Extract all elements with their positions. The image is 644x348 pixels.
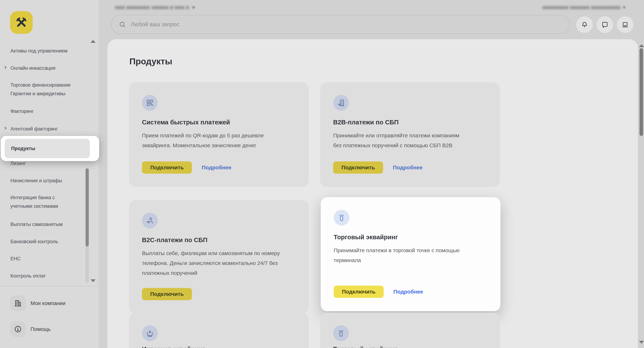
companies-buildings-icon — [10, 295, 26, 311]
product-title: Интернет-эквайринг — [142, 346, 296, 348]
product-card-pos-acquiring-2: Торговый эквайринг — [320, 313, 500, 348]
user-name-redacted: ●●●●●●●● ●●●●●● ●●●●●●●●● — [542, 4, 620, 10]
chevron-right-icon — [3, 65, 8, 70]
main-content-panel: Продукты Система быстрых платежей Прием … — [108, 39, 638, 348]
search-input[interactable] — [131, 21, 544, 28]
notifications-button[interactable] — [576, 16, 593, 33]
user-menu[interactable]: ●●●●●●●● ●●●●●● ●●●●●●●●● ▾ — [542, 4, 625, 10]
sidebar-item-my-companies[interactable]: Мои компании — [10, 295, 93, 311]
product-description: Выплаты себе, физлицам или самозанятым п… — [142, 248, 296, 278]
sidebar-item-label: Начисления и штрафы — [10, 176, 62, 185]
product-title: B2C-платежи по СБП — [142, 236, 296, 244]
pos-terminal-icon — [334, 210, 350, 226]
connect-button[interactable]: Подключить — [142, 162, 192, 174]
main-scrollbar-thumb[interactable] — [640, 48, 643, 136]
sidebar-footer-label: Мои компании — [30, 300, 66, 306]
product-card-internet-acquiring: Интернет-эквайринг — [129, 313, 309, 348]
main-scroll-up-icon[interactable] — [639, 44, 644, 47]
sidebar: Активы под управлением Онлайн-инкассация… — [0, 0, 99, 348]
sidebar-item-label: Контроль оплат — [10, 272, 46, 280]
sidebar-item-label: Лизинг — [10, 159, 26, 168]
sidebar-item-label-line2: Гарантии и аккредитивы — [10, 91, 66, 96]
info-circle-icon — [10, 321, 26, 337]
person-payment-icon — [142, 213, 158, 228]
global-search — [111, 15, 570, 34]
product-title: Торговый эквайринг — [334, 234, 488, 241]
product-card-b2c: B2C-платежи по СБП Выплаты себе, физлица… — [129, 200, 309, 314]
internet-acquiring-icon — [142, 325, 158, 341]
sidebar-item-label: Продукты — [11, 146, 35, 151]
chevron-down-icon: ▾ — [623, 5, 625, 10]
connect-button[interactable]: Подключить — [334, 286, 384, 298]
sidebar-item-label: Банковский контроль — [10, 237, 58, 246]
sidebar-item-label: Активы под управлением — [10, 46, 68, 55]
chevron-right-icon — [3, 126, 8, 130]
chevron-down-icon: ▾ — [192, 5, 194, 10]
connect-button[interactable]: Подключить — [333, 162, 383, 174]
sidebar-scrollbar-thumb[interactable] — [86, 168, 89, 246]
sidebar-divider — [0, 286, 99, 286]
sidebar-item-label-line2: учетными системами — [10, 204, 58, 209]
laptop-icon — [621, 21, 629, 28]
product-card-pos-acquiring: Торговый эквайринг Принимайте платежи в … — [321, 197, 500, 311]
details-link[interactable]: Подробнее — [393, 164, 422, 170]
app-root: { "topbar": { "company": { "masked_label… — [0, 0, 644, 348]
product-title: B2B-платежи по СБП — [333, 119, 487, 126]
sidebar-item-label: Онлайн-инкассация — [10, 64, 55, 72]
chat-button[interactable] — [596, 16, 613, 33]
sidebar-item-label: ЕНС — [10, 254, 21, 263]
sidebar-item-label: Агентский факторинг — [10, 124, 58, 133]
details-link[interactable]: Подробнее — [202, 164, 231, 170]
sidebar-item-label: Выплаты самозанятым — [10, 220, 63, 229]
details-link[interactable]: Подробнее — [393, 289, 423, 295]
bell-icon — [581, 21, 588, 28]
sidebar-item-label: Торговое финансирование — [10, 82, 70, 88]
pos-terminal-icon — [333, 325, 349, 341]
page-title: Продукты — [130, 56, 172, 66]
tour-spotlight-products: Продукты — [1, 136, 99, 161]
search-icon — [118, 21, 126, 28]
raiffeisen-crossed-gables-icon — [15, 16, 28, 29]
bank-logo[interactable] — [10, 11, 33, 34]
connect-button[interactable]: Подключить — [142, 288, 192, 300]
devices-button[interactable] — [617, 16, 634, 33]
qr-code-icon — [142, 95, 158, 111]
product-title: Торговый эквайринг — [333, 346, 487, 348]
company-selector[interactable]: ●●● ●●●●●●●–●●●●● ● ●●● ● ▾ — [115, 4, 195, 10]
product-description: Прием платежей по QR-кодам до 5 раз деше… — [142, 130, 296, 150]
product-description: Принимайте или отправляйте платежи компа… — [333, 130, 487, 150]
company-payment-icon — [333, 95, 349, 111]
chat-bubble-icon — [601, 21, 608, 28]
product-card-sbp: Система быстрых платежей Прием платежей … — [129, 82, 309, 187]
main-scroll-down-icon[interactable] — [639, 341, 644, 344]
company-name-redacted: ●●● ●●●●●●●–●●●●● ● ●●● ● — [115, 4, 189, 10]
sidebar-item-label: Интеграция банка с — [10, 195, 55, 200]
sidebar-item-label: Факторинг — [10, 107, 34, 116]
product-card-b2b: B2B-платежи по СБП Принимайте или отправ… — [320, 82, 500, 187]
sidebar-item-help[interactable]: Помощь — [10, 321, 93, 337]
sidebar-item-products-active[interactable]: Продукты — [5, 139, 90, 158]
sidebar-scroll-up-icon[interactable] — [90, 40, 96, 43]
sidebar-scroll-down-icon[interactable] — [90, 279, 96, 282]
product-title: Система быстрых платежей — [142, 119, 296, 126]
product-description: Принимайте платежи в торговой точке с по… — [334, 245, 488, 265]
sidebar-footer-label: Помощь — [30, 326, 51, 332]
